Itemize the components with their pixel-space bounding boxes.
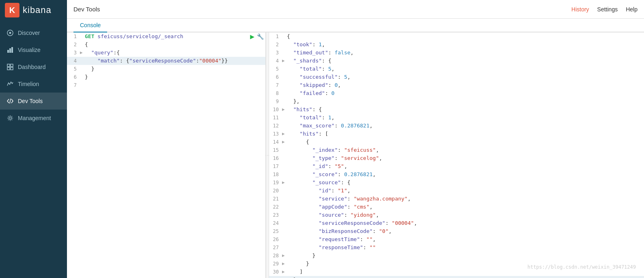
output-line-5: 5 "total": 5,	[269, 65, 644, 73]
svg-rect-3	[9, 48, 11, 53]
sidebar-nav: Discover Visualize Dashboard Timelion De…	[0, 20, 67, 127]
output-line-12: 12 "max_score": 0.2876821,	[269, 122, 644, 130]
sidebar-item-dashboard-label: Dashboard	[18, 64, 46, 70]
sidebar-item-timelion[interactable]: Timelion	[0, 75, 67, 93]
output-line-9: 9 },	[269, 97, 644, 106]
sidebar-item-devtools-label: Dev Tools	[18, 98, 43, 104]
output-line-6: 6 "successful": 5,	[269, 73, 644, 81]
dashboard-icon	[6, 63, 14, 71]
svg-rect-5	[7, 64, 10, 67]
settings-link[interactable]: Settings	[597, 6, 618, 13]
output-line-17: 17 "_id": "5",	[269, 162, 644, 170]
output-line-8: 8 "failed": 0	[269, 89, 644, 97]
editor-panel[interactable]: 1 GET sfeicuss/servicelog/_search ▶ 🔧 2 …	[67, 32, 266, 278]
output-line-20: 20 "id": "1",	[269, 187, 644, 195]
sidebar-item-discover-label: Discover	[18, 30, 40, 36]
code-line-1: 1 GET sfeicuss/servicelog/_search ▶ 🔧	[67, 32, 265, 41]
main-content: Dev Tools History Settings Help Console …	[67, 0, 644, 278]
app-logo: K kibana	[0, 0, 67, 20]
svg-point-1	[9, 32, 11, 34]
code-line-4: 4 "match": {"serviceResponseCode":"00004…	[67, 57, 265, 65]
output-line-31: 31 ▶ }	[269, 276, 644, 278]
timelion-icon	[6, 80, 14, 88]
sidebar-item-management[interactable]: Management	[0, 110, 67, 127]
output-line-26: 26 "requestTime": "",	[269, 235, 644, 244]
sidebar: K kibana Discover Visualize Dashboard T	[0, 0, 67, 278]
code-line-7: 7	[67, 81, 265, 89]
sidebar-item-discover[interactable]: Discover	[0, 24, 67, 41]
visualize-icon	[6, 46, 14, 54]
sidebar-item-management-label: Management	[18, 115, 51, 121]
discover-icon	[6, 29, 14, 37]
output-line-10: 10 ▶ "hits": {	[269, 106, 644, 114]
svg-rect-2	[7, 50, 9, 53]
sidebar-item-visualize-label: Visualize	[18, 47, 41, 53]
page-title: Dev Tools	[67, 6, 100, 13]
sidebar-item-timelion-label: Timelion	[18, 81, 39, 87]
code-line-3: 3 ▶ "query":{	[67, 49, 265, 57]
output-line-18: 18 "_score": 0.2876821,	[269, 170, 644, 179]
top-bar: Dev Tools History Settings Help	[67, 0, 644, 19]
tab-console[interactable]: Console	[73, 19, 107, 32]
sidebar-item-visualize[interactable]: Visualize	[0, 41, 67, 58]
svg-rect-7	[7, 67, 10, 70]
output-line-1: 1 {	[269, 32, 644, 41]
output-line-14: 14 ▶ {	[269, 138, 644, 146]
run-button[interactable]: ▶	[250, 33, 254, 40]
watermark: https://blog.csdn.net/weixin_39471249	[528, 264, 636, 270]
output-line-15: 15 "_index": "sfeicuss",	[269, 146, 644, 154]
svg-rect-6	[11, 64, 13, 67]
code-line-5: 5 }	[67, 65, 265, 73]
output-line-22: 22 "appCode": "cms",	[269, 203, 644, 211]
output-panel: 1 { 2 "took": 1, 3 "timed_out": false, 4…	[269, 32, 644, 278]
panel-resizer[interactable]: ⋮	[266, 32, 269, 278]
code-line-6: 6 }	[67, 73, 265, 81]
devtools-icon	[6, 97, 14, 105]
output-line-25: 25 "bizResponseCode": "0",	[269, 227, 644, 235]
history-link[interactable]: History	[571, 6, 589, 13]
output-line-2: 2 "took": 1,	[269, 41, 644, 49]
tab-bar: Console	[67, 19, 644, 32]
output-line-19: 19 ▶ "_source": {	[269, 179, 644, 187]
top-bar-actions: History Settings Help	[571, 6, 638, 13]
editor-settings-button[interactable]: 🔧	[257, 32, 264, 41]
sidebar-item-dashboard[interactable]: Dashboard	[0, 58, 67, 75]
svg-rect-8	[11, 67, 13, 70]
output-line-28: 28 ▶ }	[269, 252, 644, 260]
output-line-23: 23 "source": "yidong",	[269, 211, 644, 219]
svg-point-9	[9, 117, 11, 119]
sidebar-item-devtools[interactable]: Dev Tools	[0, 93, 67, 110]
output-line-7: 7 "skipped": 0,	[269, 81, 644, 89]
output-line-3: 3 "timed_out": false,	[269, 49, 644, 57]
management-icon	[6, 114, 14, 122]
output-line-21: 21 "service": "wangzha.company",	[269, 195, 644, 203]
code-editor[interactable]: 1 GET sfeicuss/servicelog/_search ▶ 🔧 2 …	[67, 32, 265, 278]
logo-text: kibana	[23, 5, 52, 15]
output-line-11: 11 "total": 1,	[269, 114, 644, 122]
code-line-2: 2 {	[67, 41, 265, 49]
output-line-16: 16 "_type": "servicelog",	[269, 154, 644, 162]
panels: 1 GET sfeicuss/servicelog/_search ▶ 🔧 2 …	[67, 32, 644, 278]
output-line-27: 27 "responseTime": ""	[269, 244, 644, 252]
logo-icon: K	[5, 3, 19, 17]
output-line-4: 4 ▶ "_shards": {	[269, 57, 644, 65]
output-line-24: 24 "serviceResponseCode": "00004",	[269, 219, 644, 227]
help-link[interactable]: Help	[626, 6, 638, 13]
output-line-13: 13 ▶ "hits": [	[269, 130, 644, 138]
svg-rect-4	[11, 47, 13, 53]
